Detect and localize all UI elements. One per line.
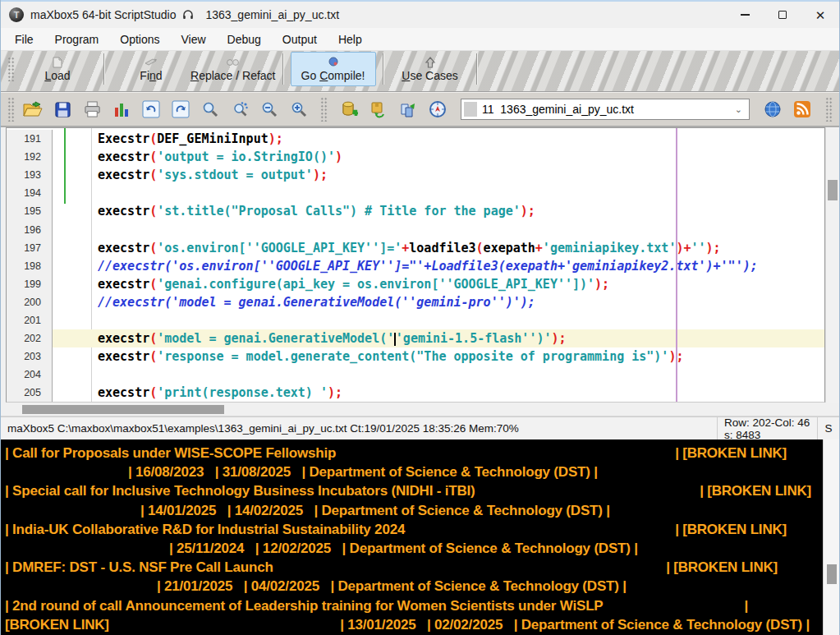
editor-vertical-scrollbar[interactable] — [825, 127, 839, 403]
combo-selected-value: 11 1363_gemini_ai_py_uc.txt — [482, 103, 735, 116]
line-number: 192 — [7, 148, 53, 166]
database-add-button[interactable] — [337, 97, 361, 122]
console-vertical-scrollbar[interactable] — [823, 439, 839, 635]
line-number: 194 — [7, 184, 53, 202]
status-row-col: Row: 202-Col: 46 s: 8483 — [718, 417, 818, 439]
zoom-in-icon — [291, 101, 308, 118]
chevron-down-icon[interactable]: ⌄ — [735, 104, 749, 115]
refactor-search-button[interactable] — [227, 97, 252, 122]
save-button[interactable] — [50, 97, 75, 122]
chart-button[interactable] — [109, 97, 134, 122]
line-number: 197 — [7, 239, 53, 257]
web-button[interactable] — [760, 97, 785, 122]
menu-file[interactable]: File — [4, 28, 44, 50]
minimize-icon — [741, 14, 750, 15]
document-title: 1363_gemini_ai_py_uc.txt — [205, 8, 339, 21]
code-line-205[interactable]: 205execstr('print(response.text) '); — [7, 384, 824, 402]
close-button[interactable]: ✕ — [801, 2, 839, 28]
code-line-195[interactable]: 195execstr('st.title("Proposal Calls") #… — [7, 202, 824, 220]
statusbar: maXbox5 C:\maxbox\maxbox51\examples\1363… — [1, 416, 839, 439]
code-line-192[interactable]: 192execstr('output = io.StringIO()') — [7, 148, 824, 166]
horizontal-scrollbar-thumb[interactable] — [22, 405, 224, 414]
right-margin-line — [676, 128, 677, 402]
go-compile-label: Go Compile! — [301, 69, 365, 82]
toolbar-grip[interactable] — [7, 97, 15, 122]
maximize-button[interactable] — [764, 2, 801, 28]
compass-button[interactable] — [425, 97, 450, 122]
find-icon — [145, 55, 158, 68]
undo-button[interactable] — [139, 97, 163, 122]
open-folder-button[interactable] — [21, 97, 45, 122]
go-compile-button[interactable]: Go Compile! — [291, 52, 376, 86]
use-cases-button[interactable]: Use Cases — [391, 52, 470, 86]
icon-toolbar: 11 1363_gemini_ai_py_uc.txt ⌄ — [1, 92, 839, 127]
code-text: //execstr('os.environ[''GOOGLE_API_KEY''… — [53, 257, 758, 275]
console-line: | India-UK Collaborative R&D for Industr… — [5, 520, 823, 539]
code-line-202[interactable]: 202execstr('model = genai.GenerativeMode… — [7, 329, 824, 347]
menu-view[interactable]: View — [171, 28, 217, 50]
code-line-198[interactable]: 198//execstr('os.environ[''GOOGLE_API_KE… — [7, 257, 824, 275]
share-run-button[interactable] — [396, 97, 420, 122]
code-line-193[interactable]: 193execstr('sys.stdout = output'); — [7, 166, 824, 184]
toolbar-grip[interactable] — [320, 97, 328, 122]
console-scrollbar-thumb[interactable] — [827, 564, 837, 584]
zoom-out-icon — [261, 101, 278, 118]
menu-options[interactable]: Options — [109, 28, 170, 50]
package-sync-button[interactable] — [366, 97, 391, 122]
code-line-191[interactable]: 191Execstr(DEF_GEMiniInput); — [7, 130, 824, 148]
menu-debug[interactable]: Debug — [217, 28, 272, 50]
app-title: maXbox5 64-bit ScriptStudio — [30, 8, 176, 21]
menu-output[interactable]: Output — [272, 28, 328, 50]
print-button[interactable] — [80, 97, 104, 122]
zoom-out-button[interactable] — [257, 97, 282, 122]
code-line-196[interactable]: 196 — [7, 220, 824, 238]
toolbar-grip[interactable] — [7, 57, 15, 81]
titlebar[interactable]: T maXbox5 64-bit ScriptStudio 1363_gemin… — [1, 2, 839, 28]
line-number: 199 — [7, 275, 53, 293]
code-line-199[interactable]: 199execstr('genai.configure(api_key = os… — [7, 275, 824, 293]
app-icon: T — [9, 7, 24, 22]
editor-horizontal-scrollbar[interactable] — [1, 403, 839, 416]
toolbar-grip[interactable] — [825, 97, 833, 122]
printer-icon — [84, 101, 101, 117]
code-line-204[interactable]: 204 — [7, 366, 824, 384]
console-line: | 14/01/2025 | 14/02/2025 | Department o… — [5, 501, 823, 520]
script-selector-combobox[interactable]: 11 1363_gemini_ai_py_uc.txt ⌄ — [461, 99, 750, 120]
code-line-200[interactable]: 200//execstr('model = genai.GenerativeMo… — [7, 293, 824, 311]
output-console[interactable]: | Call for Proposals under WISE-SCOPE Fe… — [1, 439, 823, 635]
code-text: execstr('model = genai.GenerativeModel('… — [53, 329, 567, 347]
line-number: 196 — [7, 220, 53, 238]
bar-chart-icon — [113, 101, 130, 117]
rss-feed-button[interactable] — [790, 97, 815, 122]
code-line-194[interactable]: 194 — [7, 184, 824, 202]
window-title: maXbox5 64-bit ScriptStudio 1363_gemini_… — [30, 8, 339, 21]
editor-scrollbar-thumb[interactable] — [828, 180, 838, 200]
editor-area: 191Execstr(DEF_GEMiniInput);192execstr('… — [1, 127, 839, 403]
globe-icon — [764, 100, 782, 118]
line-number: 203 — [7, 347, 53, 366]
code-line-201[interactable]: 201 — [7, 311, 824, 329]
code-text: execstr('st.title("Proposal Calls") # Ti… — [53, 202, 535, 220]
code-line-197[interactable]: 197execstr('os.environ[''GOOGLE_API_KEY'… — [7, 239, 824, 257]
minimize-button[interactable] — [726, 2, 764, 28]
replace-refact-button[interactable]: Replace / Refact — [190, 52, 276, 86]
code-text: execstr('print(response.text) '); — [53, 384, 342, 402]
find-button[interactable]: Find — [112, 52, 190, 86]
line-number: 202 — [7, 329, 53, 347]
code-editor[interactable]: 191Execstr(DEF_GEMiniInput);192execstr('… — [6, 127, 825, 403]
console-line: | 16/08/2023 | 31/08/2025 | Department o… — [5, 462, 823, 481]
load-button[interactable]: Load — [18, 52, 97, 86]
shift-arrow-icon — [425, 55, 436, 68]
menu-program[interactable]: Program — [44, 28, 110, 50]
menu-help[interactable]: Help — [328, 28, 373, 50]
toolbar-separator — [282, 53, 284, 85]
zoom-in-button[interactable] — [287, 97, 311, 122]
console-line: [BROKEN LINK]| 13/01/2025 | 02/02/2025 |… — [5, 615, 823, 634]
code-line-203[interactable]: 203execstr('response = model.generate_co… — [7, 347, 824, 366]
code-text: execstr('output = io.StringIO()') — [53, 148, 342, 166]
search-button[interactable] — [198, 97, 223, 122]
line-number: 193 — [7, 166, 53, 184]
replace-icon — [226, 55, 240, 68]
status-mode: S — [818, 417, 839, 439]
redo-button[interactable] — [168, 97, 193, 122]
